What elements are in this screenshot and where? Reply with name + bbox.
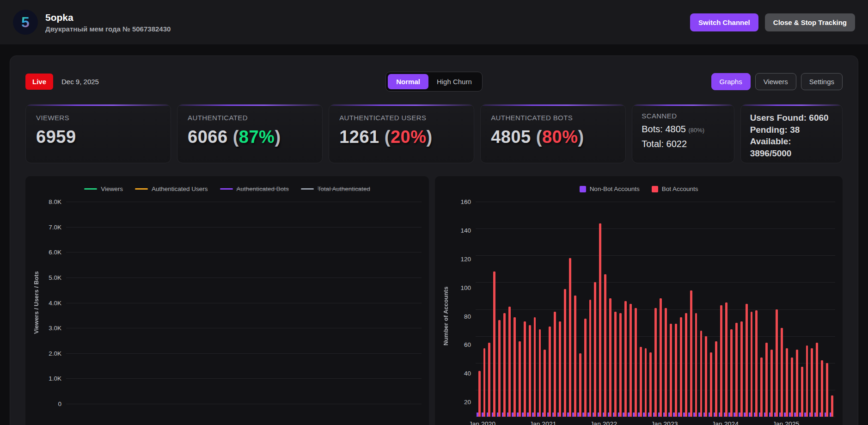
y-tick-label: 20: [464, 399, 471, 406]
gridline: [66, 404, 422, 404]
bar-group: [724, 202, 727, 417]
y-tick-label: 40: [464, 370, 471, 377]
stat-label: AUTHENTICATED USERS: [339, 114, 464, 122]
scanned-bots-percent: (80%): [688, 127, 704, 134]
stat-label: AUTHENTICATED BOTS: [491, 114, 615, 122]
bar-group: [688, 202, 692, 417]
bot-bar: [796, 350, 798, 417]
stat-card-authenticated-users: AUTHENTICATED USERS 1261 (20%): [329, 104, 474, 163]
stat-card-authenticated: AUTHENTICATED 6066 (87%): [177, 104, 323, 163]
gridline: [66, 353, 422, 354]
close-stop-tracking-button[interactable]: Close & Stop Tracking: [765, 13, 855, 31]
stat-percent-red: 80%: [542, 127, 578, 147]
mode-high-churn-button[interactable]: High Churn: [428, 74, 480, 89]
bar-group: [613, 202, 617, 417]
switch-channel-button[interactable]: Switch Channel: [690, 13, 758, 31]
legend-item-authenticated-bots[interactable]: Authenticated Bots: [220, 185, 289, 192]
bot-swatch-icon: [652, 186, 658, 192]
bot-bar: [665, 308, 667, 417]
stat-label: AUTHENTICATED: [188, 114, 312, 122]
bar-group: [623, 202, 626, 417]
tab-settings[interactable]: Settings: [801, 73, 843, 90]
bar-group: [709, 202, 712, 417]
y-tick-label: 60: [464, 341, 471, 348]
bot-bar: [670, 324, 672, 417]
non-bot-bar: [537, 413, 539, 417]
channel-avatar: 5: [13, 10, 38, 35]
bot-bar: [508, 307, 511, 417]
bar-group: [804, 202, 808, 417]
bar-group: [527, 202, 531, 417]
channel-title: 5opka: [45, 12, 171, 23]
stat-value: 6959: [36, 127, 160, 147]
bar-group: [633, 202, 636, 417]
bar-group: [719, 202, 722, 417]
legend-item-viewers[interactable]: Viewers: [84, 185, 123, 192]
stat-value: 6066 (87%): [188, 127, 312, 147]
y-tick-label: 7.0K: [49, 223, 61, 230]
bar-group: [819, 202, 823, 417]
x-tick-label: Jan 2022: [590, 420, 617, 425]
stream-date: Dec 9, 2025: [61, 78, 99, 86]
bar-chart-plot[interactable]: [476, 202, 835, 417]
bar-group: [814, 202, 818, 417]
bot-bar: [816, 343, 818, 417]
stat-value: 1261 (20%): [339, 127, 464, 147]
bot-bar: [801, 367, 803, 417]
legend-item-total-authenticated[interactable]: Total Authenticated: [301, 185, 370, 192]
auth-users-line-swatch-icon: [135, 188, 148, 190]
bar-group: [779, 202, 783, 417]
bot-bar: [503, 313, 506, 417]
gridline: [66, 328, 422, 328]
bot-bar: [483, 348, 486, 417]
bar-group: [497, 202, 501, 417]
stat-card-scanned: SCANNED Bots: 4805 (80%) Total: 6022: [632, 104, 734, 163]
non-bot-swatch-icon: [580, 186, 586, 192]
y-tick-label: 6.0K: [49, 249, 61, 256]
gridline: [476, 417, 835, 417]
bar-group: [784, 202, 788, 417]
bar-group: [678, 202, 682, 417]
tab-graphs[interactable]: Graphs: [711, 73, 751, 90]
y-tick-label: 100: [461, 284, 471, 291]
bar-group: [728, 202, 732, 417]
bot-bar: [569, 258, 571, 417]
legend-item-bot-accounts[interactable]: Bot Accounts: [652, 185, 698, 192]
x-tick-label: Jan 2023: [651, 420, 678, 425]
total-auth-line-swatch-icon: [301, 188, 314, 190]
legend-item-authenticated-users[interactable]: Authenticated Users: [135, 185, 208, 192]
bar-group: [638, 202, 642, 417]
bar-chart-y-axis-label: Number of Accounts: [442, 202, 452, 425]
line-chart-plot[interactable]: [66, 202, 422, 404]
mode-normal-button[interactable]: Normal: [388, 74, 428, 89]
bot-bar: [614, 312, 617, 417]
x-tick-label: Jan 2024: [712, 420, 739, 425]
bar-chart-x-ticks: Jan 2020Jan 2021Jan 2022Jan 2023Jan 2024…: [476, 419, 835, 425]
bar-group: [532, 202, 536, 417]
bar-group: [567, 202, 571, 417]
bar-group: [577, 202, 581, 417]
bot-bar: [695, 313, 697, 417]
gridline: [66, 303, 422, 303]
bot-bar: [624, 301, 627, 417]
bot-bar: [534, 317, 536, 417]
tab-viewers[interactable]: Viewers: [755, 73, 796, 90]
bar-chart-legend: Non-Bot Accounts Bot Accounts: [442, 185, 835, 192]
bar-group: [542, 202, 546, 417]
x-tick-label: Jan 2020: [469, 420, 495, 425]
bot-bar: [715, 341, 717, 417]
bar-group: [734, 202, 737, 417]
bot-bar: [488, 343, 490, 417]
bar-group: [598, 202, 601, 417]
bot-bar: [765, 343, 768, 417]
auth-bots-line-swatch-icon: [220, 188, 233, 190]
bot-bar: [589, 300, 592, 417]
main-panel: Live Dec 9, 2025 Normal High Churn Graph…: [10, 55, 858, 425]
bars-container: [477, 202, 833, 417]
users-found-line: Users Found: 6060: [750, 112, 833, 124]
bar-group: [663, 202, 667, 417]
bar-group: [477, 202, 480, 417]
channel-info: 5opka Двукратный мем года № 5067382430: [45, 12, 171, 33]
bar-group: [703, 202, 707, 417]
legend-item-non-bot-accounts[interactable]: Non-Bot Accounts: [580, 185, 640, 192]
